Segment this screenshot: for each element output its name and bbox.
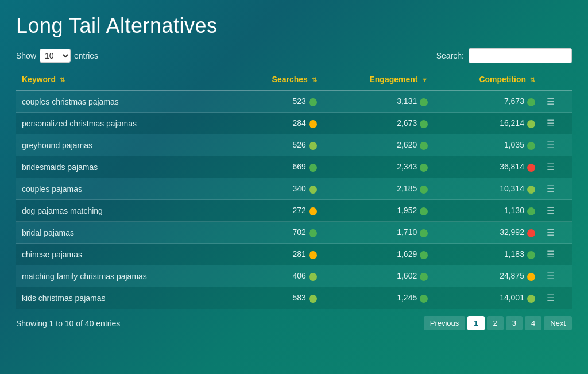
- search-label: Search:: [436, 51, 464, 60]
- row-menu-icon[interactable]: ☰: [547, 293, 555, 303]
- col-searches[interactable]: Searches ⇅: [233, 69, 323, 90]
- table-row: couples pajamas 340 2,185 10,314 ☰: [16, 178, 572, 200]
- engagement-cell: 2,673: [323, 113, 434, 134]
- row-menu-cell: ☰: [541, 200, 572, 222]
- col-searches-label: Searches: [272, 75, 308, 84]
- row-menu-icon[interactable]: ☰: [547, 97, 555, 106]
- searches-dot: [309, 295, 317, 303]
- searches-cell: 523: [233, 90, 323, 113]
- entries-select[interactable]: 102550100: [40, 49, 71, 63]
- col-keyword[interactable]: Keyword ⇅: [16, 69, 233, 90]
- controls-top: Show 102550100 entries Search:: [16, 48, 572, 63]
- table-row: bridal pajamas 702 1,710 32,992 ☰: [16, 222, 572, 244]
- keyword-cell: bridal pajamas: [16, 222, 233, 244]
- keyword-cell: kids christmas pajamas: [16, 287, 233, 309]
- engagement-cell: 1,245: [323, 287, 434, 309]
- keywords-table: Keyword ⇅ Searches ⇅ Engagement ▼ Compet…: [16, 69, 572, 309]
- row-menu-icon[interactable]: ☰: [547, 228, 555, 237]
- competition-cell: 16,214: [434, 113, 541, 134]
- pagination: Previous1234Next: [424, 316, 572, 330]
- table-row: greyhound pajamas 526 2,620 1,035 ☰: [16, 134, 572, 156]
- competition-dot: [527, 229, 535, 237]
- table-row: matching family christmas pajamas 406 1,…: [16, 265, 572, 287]
- searches-sort-icon: ⇅: [312, 76, 317, 83]
- col-competition-label: Competition: [479, 75, 526, 84]
- row-menu-icon[interactable]: ☰: [547, 271, 555, 281]
- competition-dot: [527, 207, 535, 215]
- table-row: chinese pajamas 281 1,629 1,183 ☰: [16, 244, 572, 265]
- searches-cell: 340: [233, 178, 323, 200]
- engagement-cell: 2,620: [323, 134, 434, 156]
- row-menu-icon[interactable]: ☰: [547, 118, 555, 128]
- competition-dot: [527, 295, 535, 303]
- keyword-cell: personalized christmas pajamas: [16, 113, 233, 134]
- pagination-prev[interactable]: Previous: [424, 316, 466, 330]
- table-row: kids christmas pajamas 583 1,245 14,001 …: [16, 287, 572, 309]
- engagement-dot: [420, 142, 428, 150]
- engagement-dot: [420, 120, 428, 128]
- engagement-dot: [420, 229, 428, 237]
- row-menu-cell: ☰: [541, 222, 572, 244]
- searches-cell: 284: [233, 113, 323, 134]
- show-label: Show: [16, 51, 36, 60]
- engagement-sort-icon: ▼: [421, 76, 428, 83]
- table-row: couples christmas pajamas 523 3,131 7,67…: [16, 90, 572, 113]
- competition-cell: 10,314: [434, 178, 541, 200]
- row-menu-cell: ☰: [541, 113, 572, 134]
- engagement-cell: 2,343: [323, 156, 434, 178]
- pagination-page-3[interactable]: 3: [506, 316, 523, 330]
- pagination-next[interactable]: Next: [544, 316, 572, 330]
- row-menu-cell: ☰: [541, 287, 572, 309]
- competition-cell: 1,183: [434, 244, 541, 265]
- competition-dot: [527, 251, 535, 259]
- competition-cell: 14,001: [434, 287, 541, 309]
- row-menu-cell: ☰: [541, 178, 572, 200]
- keyword-cell: couples pajamas: [16, 178, 233, 200]
- keyword-cell: chinese pajamas: [16, 244, 233, 265]
- row-menu-icon[interactable]: ☰: [547, 249, 555, 259]
- col-actions: [541, 69, 572, 90]
- col-competition[interactable]: Competition ⇅: [434, 69, 541, 90]
- engagement-dot: [420, 164, 428, 172]
- row-menu-icon[interactable]: ☰: [547, 162, 555, 172]
- row-menu-icon[interactable]: ☰: [547, 206, 555, 215]
- col-keyword-label: Keyword: [22, 75, 56, 84]
- searches-dot: [309, 120, 317, 128]
- searches-cell: 669: [233, 156, 323, 178]
- show-entries-group: Show 102550100 entries: [16, 49, 98, 63]
- competition-dot: [527, 273, 535, 281]
- table-row: personalized christmas pajamas 284 2,673…: [16, 113, 572, 134]
- engagement-dot: [420, 207, 428, 215]
- pagination-page-2[interactable]: 2: [487, 316, 504, 330]
- engagement-cell: 2,185: [323, 178, 434, 200]
- competition-cell: 1,035: [434, 134, 541, 156]
- keyword-cell: dog pajamas matching: [16, 200, 233, 222]
- col-engagement-label: Engagement: [369, 75, 417, 84]
- table-header-row: Keyword ⇅ Searches ⇅ Engagement ▼ Compet…: [16, 69, 572, 90]
- searches-cell: 281: [233, 244, 323, 265]
- row-menu-icon[interactable]: ☰: [547, 184, 555, 194]
- competition-dot: [527, 120, 535, 128]
- engagement-cell: 1,710: [323, 222, 434, 244]
- engagement-dot: [420, 251, 428, 259]
- searches-cell: 406: [233, 265, 323, 287]
- keyword-cell: greyhound pajamas: [16, 134, 233, 156]
- searches-dot: [309, 98, 317, 106]
- table-row: bridesmaids pajamas 669 2,343 36,814 ☰: [16, 156, 572, 178]
- searches-dot: [309, 186, 317, 194]
- pagination-page-1[interactable]: 1: [467, 316, 484, 330]
- engagement-cell: 1,602: [323, 265, 434, 287]
- search-input[interactable]: [469, 48, 572, 63]
- keyword-cell: matching family christmas pajamas: [16, 265, 233, 287]
- row-menu-cell: ☰: [541, 156, 572, 178]
- row-menu-icon[interactable]: ☰: [547, 140, 555, 150]
- col-engagement[interactable]: Engagement ▼: [323, 69, 434, 90]
- pagination-page-4[interactable]: 4: [525, 316, 541, 330]
- searches-cell: 702: [233, 222, 323, 244]
- searches-dot: [309, 207, 317, 215]
- engagement-dot: [420, 295, 428, 303]
- searches-cell: 583: [233, 287, 323, 309]
- searches-dot: [309, 142, 317, 150]
- competition-cell: 1,130: [434, 200, 541, 222]
- engagement-dot: [420, 273, 428, 281]
